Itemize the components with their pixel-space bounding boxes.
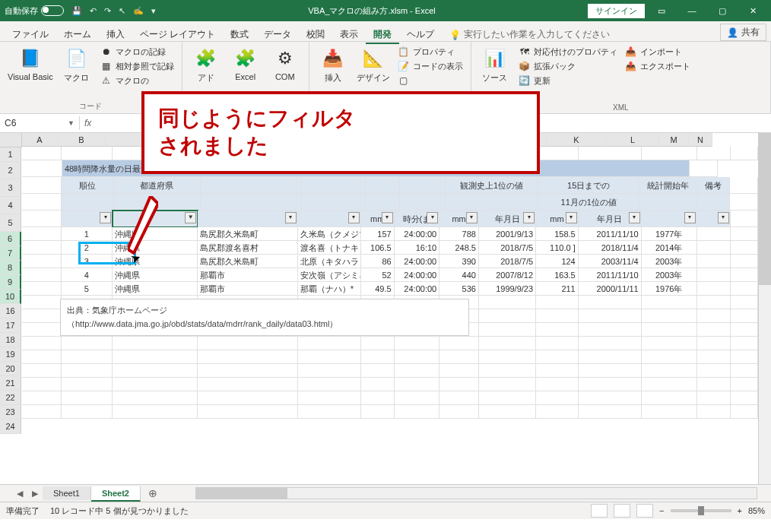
cell[interactable] [113, 337, 198, 350]
cell[interactable]: 時分(ま▾ [395, 211, 440, 227]
run-dialog-button[interactable]: ▢ [396, 74, 465, 87]
touch-icon[interactable]: ✍ [133, 6, 144, 16]
ribbon-tab-7[interactable]: 表示 [332, 26, 366, 43]
filter-dropdown-icon[interactable]: ▾ [566, 212, 577, 223]
cell[interactable] [22, 282, 62, 296]
cell[interactable] [731, 296, 758, 309]
ribbon-tab-5[interactable]: データ [256, 26, 299, 43]
cell[interactable]: 2001/9/13 [479, 227, 536, 241]
cell[interactable] [697, 350, 731, 364]
cell[interactable]: 536 [439, 282, 479, 296]
cell[interactable] [579, 309, 642, 323]
row-header-8[interactable]: 8 [0, 261, 21, 275]
cell[interactable] [731, 350, 758, 364]
col-header-L[interactable]: L [607, 133, 659, 147]
cell[interactable]: 島尻郡久米島町 [198, 255, 298, 268]
cell[interactable]: mm▾ [439, 211, 479, 227]
cell[interactable] [113, 391, 198, 405]
sheet-tab-Sheet1[interactable]: Sheet1 [43, 486, 91, 500]
cell[interactable] [479, 364, 536, 378]
col-header-N[interactable]: N [689, 133, 712, 147]
cell[interactable] [697, 268, 731, 282]
cell[interactable] [298, 337, 361, 350]
cell[interactable]: 1976年 [642, 282, 697, 296]
cell[interactable]: 那覇市 [198, 282, 298, 296]
cell[interactable] [366, 194, 400, 211]
zoom-slider[interactable] [671, 509, 731, 512]
redo-icon[interactable]: ↷ [104, 6, 111, 16]
cell[interactable] [642, 405, 697, 419]
cell[interactable] [579, 323, 642, 337]
col-header-A[interactable]: A [22, 133, 58, 147]
add-sheet-button[interactable]: ⊕ [141, 487, 165, 499]
properties-button[interactable]: 📋プロパティ [396, 45, 465, 59]
map-properties-button[interactable]: 🗺対応付けのプロパティ [517, 45, 619, 59]
addins-button[interactable]: 🧩アド [189, 45, 224, 85]
cell[interactable] [731, 282, 758, 296]
row-header-23[interactable]: 23 [0, 405, 21, 420]
cell[interactable] [479, 405, 536, 419]
zoom-level[interactable]: 85% [748, 506, 765, 515]
cell[interactable] [536, 296, 579, 309]
cell[interactable] [22, 296, 62, 309]
cell[interactable] [579, 350, 642, 364]
cell[interactable] [298, 405, 361, 419]
cell[interactable]: 沖縄県 [113, 268, 198, 282]
export-button[interactable]: 📤エクスポート [623, 59, 692, 73]
cell[interactable]: ▾ [697, 211, 731, 227]
zoom-thumb[interactable] [698, 506, 704, 515]
normal-view-button[interactable] [591, 504, 608, 518]
cell[interactable] [697, 282, 731, 296]
cell[interactable] [439, 378, 479, 391]
cell[interactable] [395, 405, 440, 419]
cell[interactable] [62, 391, 113, 405]
cell[interactable]: 24:00:00 [395, 255, 440, 268]
cell[interactable] [298, 350, 361, 364]
cell[interactable]: ▾ [62, 211, 113, 227]
cell[interactable] [731, 241, 758, 255]
com-addins-button[interactable]: ⚙COM [268, 45, 303, 83]
filter-dropdown-icon[interactable]: ▾ [348, 212, 360, 223]
col-header-K[interactable]: K [547, 133, 607, 147]
cell[interactable] [697, 378, 731, 391]
cell[interactable] [479, 337, 536, 350]
cell[interactable] [62, 378, 113, 391]
cell[interactable]: 備考 [696, 177, 731, 194]
cell[interactable] [642, 337, 697, 350]
cell[interactable] [400, 177, 446, 194]
cell[interactable] [198, 350, 298, 364]
cell[interactable]: 788 [439, 227, 479, 241]
cell[interactable] [479, 378, 536, 391]
cell[interactable]: 2011/11/10 [579, 227, 642, 241]
cell[interactable]: ▾ [298, 211, 361, 227]
cell[interactable]: 1 [62, 227, 113, 241]
row-header-19[interactable]: 19 [0, 347, 21, 362]
cell[interactable] [22, 364, 62, 378]
excel-addins-button[interactable]: 🧩Excel [228, 45, 263, 83]
row-header-1[interactable]: 1 [0, 147, 21, 162]
cell[interactable]: 2003年 [642, 268, 697, 282]
row-header-7[interactable]: 7 [0, 246, 21, 261]
cell[interactable] [730, 194, 758, 211]
cell[interactable] [201, 177, 303, 194]
cell[interactable] [697, 227, 731, 241]
cell[interactable] [697, 364, 731, 378]
cell[interactable] [536, 378, 579, 391]
filter-dropdown-icon[interactable]: ▾ [382, 212, 393, 223]
cell[interactable] [395, 350, 440, 364]
expansion-pack-button[interactable]: 📦拡張パック [517, 59, 619, 73]
cell[interactable] [730, 177, 758, 194]
cell[interactable] [22, 255, 62, 268]
cell[interactable]: 都道府県 [114, 177, 201, 194]
cell[interactable] [395, 364, 440, 378]
cell[interactable] [731, 147, 758, 160]
filter-dropdown-icon[interactable]: ▼ [185, 212, 196, 223]
filter-dropdown-icon[interactable]: ▾ [100, 212, 111, 223]
cell[interactable] [579, 405, 642, 419]
cell[interactable] [697, 391, 731, 405]
cell[interactable]: 24:00:00 [395, 227, 440, 241]
cell[interactable]: 86 [361, 255, 395, 268]
cell[interactable] [298, 391, 361, 405]
row-header-4[interactable]: 4 [0, 197, 21, 214]
cell[interactable] [731, 211, 758, 227]
